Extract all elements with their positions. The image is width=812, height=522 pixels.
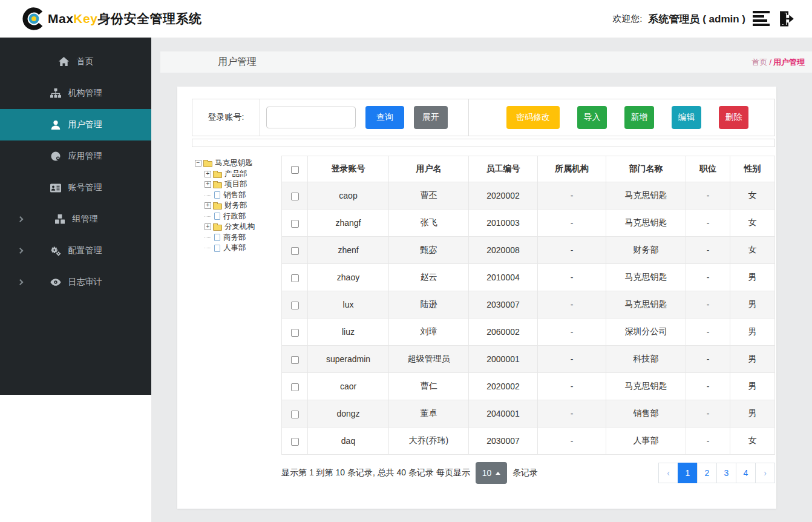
table-row[interactable]: caor曹仁2020002-马克思钥匙-男 — [282, 373, 775, 400]
sidebar-item-label: 日志审计 — [68, 277, 102, 288]
sidebar-item-config-management[interactable]: 配置管理 — [0, 235, 151, 266]
pagination-page-4[interactable]: 4 — [736, 463, 756, 483]
sidebar-item-org-management[interactable]: 机构管理 — [0, 78, 151, 109]
col-position[interactable]: 职位 — [686, 156, 730, 182]
menu-bars-icon[interactable] — [753, 11, 771, 27]
cell-gender: 男 — [730, 400, 775, 428]
import-button[interactable]: 导入 — [577, 106, 607, 129]
cell-org: - — [538, 291, 606, 319]
change-password-button[interactable]: 密码修改 — [506, 106, 560, 129]
pagination-page-3[interactable]: 3 — [716, 463, 736, 483]
row-checkbox[interactable] — [291, 247, 299, 255]
tree-node[interactable]: +项目部 — [205, 179, 281, 190]
sidebar-item-account-management[interactable]: 账号管理 — [0, 172, 151, 203]
app-title: MaxKey身份安全管理系统 — [48, 10, 201, 27]
tree-node[interactable]: 销售部 — [205, 190, 281, 201]
cell-position: - — [686, 346, 730, 373]
table-row[interactable]: daq大乔(乔玮)2030007-人事部-女 — [282, 428, 775, 455]
tree-expander-icon[interactable]: + — [205, 202, 211, 209]
sidebar-column: 首页 机构管理 用户管理 应用管理 — [0, 38, 151, 522]
file-icon — [214, 234, 220, 241]
cell-emp-no: 2010004 — [469, 264, 538, 291]
cell-login: liuz — [308, 319, 389, 346]
row-checkbox[interactable] — [291, 383, 299, 391]
row-checkbox[interactable] — [291, 220, 299, 228]
table-row[interactable]: zhaoy赵云2010004-马克思钥匙-男 — [282, 264, 775, 291]
sidebar-item-group-management[interactable]: 组管理 — [0, 203, 151, 235]
sidebar-item-log-audit[interactable]: 日志审计 — [0, 266, 151, 298]
select-all-checkbox[interactable] — [291, 166, 299, 174]
table-row[interactable]: liuz刘璋2060002-深圳分公司-男 — [282, 319, 775, 346]
page-size-dropdown[interactable]: 10 — [476, 462, 507, 484]
maxkey-logo-icon — [22, 6, 46, 31]
edit-button[interactable]: 编辑 — [672, 106, 701, 129]
cell-dept: 马克思钥匙 — [606, 291, 686, 319]
folder-icon — [213, 203, 222, 210]
row-checkbox[interactable] — [291, 274, 299, 282]
table-row[interactable]: dongz董卓2040001-销售部-男 — [282, 400, 775, 428]
table-row[interactable]: superadmin超级管理员2000001-科技部-男 — [282, 346, 775, 373]
record-info-before: 显示第 1 到第 10 条记录, 总共 40 条记录 每页显示 — [281, 467, 470, 478]
row-select-cell — [282, 400, 308, 428]
tree-node-label: 人事部 — [223, 243, 246, 253]
pagination-page-2[interactable]: 2 — [697, 463, 717, 483]
tree-expander-icon[interactable]: − — [195, 160, 201, 167]
tree-node-label: 马克思钥匙 — [214, 158, 253, 168]
chevron-right-icon — [18, 279, 24, 285]
folder-icon — [213, 225, 222, 231]
tree-guide-line — [205, 248, 211, 248]
col-username[interactable]: 用户名 — [389, 156, 469, 182]
app-header: MaxKey身份安全管理系统 欢迎您: 系统管理员 ( admin ) — [0, 0, 812, 38]
col-login[interactable]: 登录账号 — [308, 156, 389, 182]
sidebar-item-label: 组管理 — [73, 214, 98, 225]
tree-node[interactable]: 商务部 — [205, 233, 281, 243]
table-row[interactable]: zhenf甄宓2020008-财务部-女 — [282, 237, 775, 264]
tree-expander-icon[interactable]: + — [205, 171, 211, 177]
table-row[interactable]: lux陆逊2030007-马克思钥匙-男 — [282, 291, 775, 319]
table-row[interactable]: zhangf张飞2010003-马克思钥匙-女 — [282, 210, 775, 237]
tree-node[interactable]: −马克思钥匙 — [195, 158, 281, 169]
expand-button[interactable]: 展开 — [414, 106, 448, 129]
col-org[interactable]: 所属机构 — [538, 156, 606, 182]
row-select-cell — [282, 346, 308, 373]
query-button[interactable]: 查询 — [365, 106, 404, 129]
row-checkbox[interactable] — [291, 356, 299, 364]
pagination-prev[interactable]: ‹ — [658, 463, 678, 483]
tree-node[interactable]: +产品部 — [205, 169, 281, 180]
sidebar-item-user-management[interactable]: 用户管理 — [0, 109, 151, 140]
tree-node[interactable]: +财务部 — [205, 200, 281, 211]
cell-emp-no: 2060002 — [469, 319, 538, 346]
sidebar-item-home[interactable]: 首页 — [0, 46, 151, 78]
col-dept[interactable]: 部门名称 — [606, 156, 686, 182]
sidebar-item-label: 账号管理 — [68, 182, 102, 193]
row-checkbox[interactable] — [291, 193, 299, 200]
tree-node[interactable]: 人事部 — [205, 243, 281, 254]
tree-node[interactable]: 行政部 — [205, 211, 281, 222]
pagination-next[interactable]: › — [755, 463, 775, 483]
col-emp-no[interactable]: 员工编号 — [469, 156, 538, 182]
welcome-label: 欢迎您: — [612, 13, 642, 25]
breadcrumb-home[interactable]: 首页 — [751, 58, 767, 67]
cell-username: 张飞 — [389, 210, 469, 237]
login-account-input[interactable] — [266, 107, 356, 128]
row-checkbox[interactable] — [291, 411, 299, 418]
delete-button[interactable]: 删除 — [719, 106, 748, 129]
brand-key: Key — [73, 12, 97, 25]
tree-node-label: 财务部 — [224, 200, 247, 211]
tree-expander-icon[interactable]: + — [205, 181, 211, 188]
sidebar-item-app-management[interactable]: 应用管理 — [0, 140, 151, 172]
add-button[interactable]: 新增 — [624, 106, 654, 129]
tree-expander-icon[interactable]: + — [205, 223, 211, 230]
page-size-value: 10 — [482, 468, 492, 478]
tree-node[interactable]: +分支机构 — [205, 222, 281, 233]
pagination-page-1[interactable]: 1 — [678, 463, 698, 483]
col-gender[interactable]: 性别 — [730, 156, 775, 182]
chevron-right-icon — [18, 248, 24, 254]
row-checkbox[interactable] — [291, 329, 299, 337]
page-title: 用户管理 — [160, 56, 257, 68]
table-row[interactable]: caop曹丕2020002-马克思钥匙-女 — [282, 182, 775, 210]
pagination: ‹ 1 2 3 4 › — [659, 463, 775, 483]
logout-icon[interactable] — [776, 10, 795, 28]
row-checkbox[interactable] — [291, 302, 299, 309]
row-checkbox[interactable] — [291, 438, 299, 446]
